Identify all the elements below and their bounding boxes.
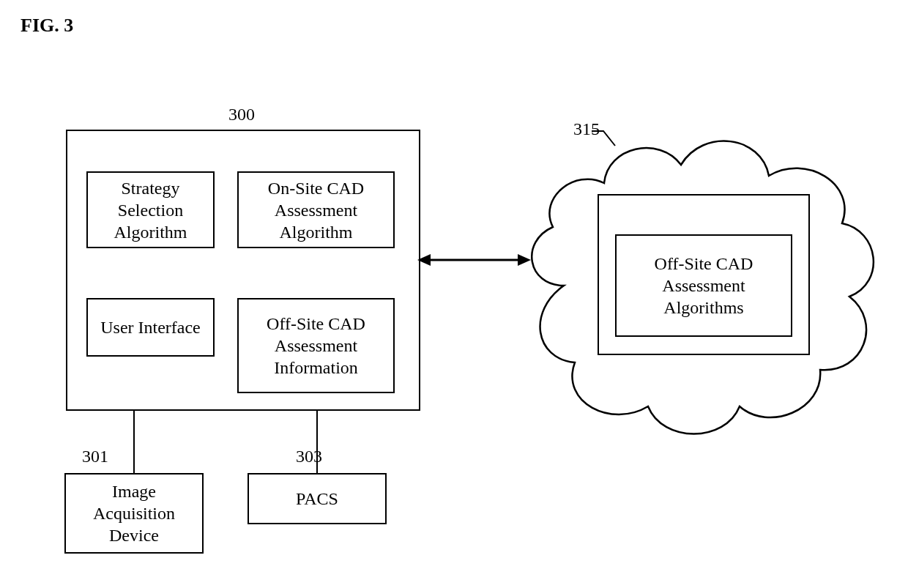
svg-marker-1 [417,254,431,266]
box-strategy-selection: Strategy Selection Algorithm [86,171,215,248]
box-offsite-cad-info: Off-Site CAD Assessment Information [237,298,395,393]
connector-300-to-303 [316,409,318,473]
ref-300: 300 [220,105,264,124]
figure-page: FIG. 3 300 302 304 306 308 301 303 310 3… [0,0,908,588]
connector-300-to-301 [133,409,135,473]
box-user-interface: User Interface [86,298,215,357]
ref-301: 301 [73,447,117,466]
ref-303: 303 [287,447,331,466]
box-image-acquisition: Image Acquisition Device [64,473,204,554]
box-pacs: PACS [248,473,387,524]
box-offsite-cad-algorithms: Off-Site CAD Assessment Algorithms [615,234,792,337]
leader-315 [592,127,628,149]
figure-title: FIG. 3 [21,15,73,37]
box-onsite-cad: On-Site CAD Assessment Algorithm [237,171,395,248]
